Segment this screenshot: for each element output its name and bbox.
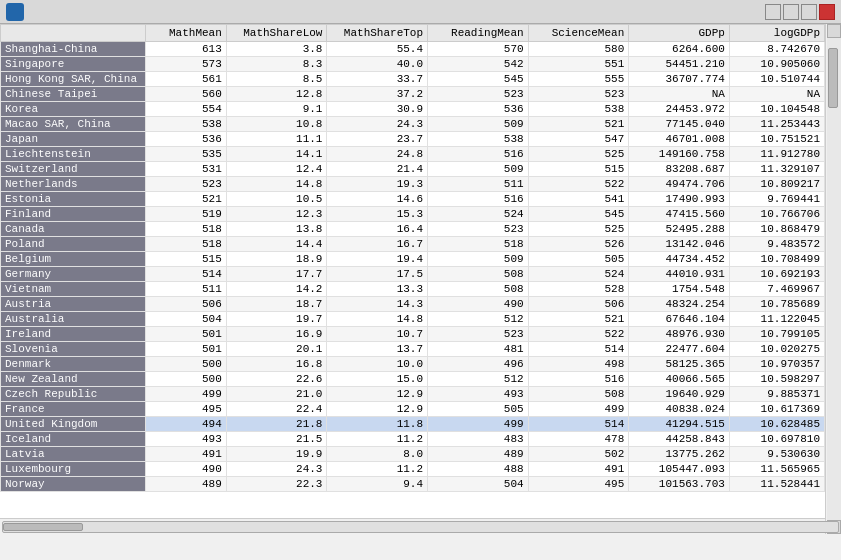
cell-readingMean: 496 (428, 357, 529, 372)
cell-country: Belgium (1, 252, 146, 267)
table-row[interactable]: Hong Kong SAR, China5618.533.75455553670… (1, 72, 825, 87)
cell-gdpp: 40066.565 (629, 372, 730, 387)
cell-country: Liechtenstein (1, 147, 146, 162)
maximize-button[interactable] (801, 4, 817, 20)
table-row[interactable]: France49522.412.950549940838.02410.61736… (1, 402, 825, 417)
table-row[interactable]: Poland51814.416.751852613142.0469.483572 (1, 237, 825, 252)
v-scrollbar[interactable] (825, 24, 841, 534)
cell-logGdpp: 10.970357 (729, 357, 824, 372)
cell-mathShareTop: 17.5 (327, 267, 428, 282)
cell-readingMean: 542 (428, 57, 529, 72)
col-header-logGdpp: logGDPp (729, 25, 824, 42)
col-header-mathShareTop: MathShareTop (327, 25, 428, 42)
table-row[interactable]: Switzerland53112.421.450951583208.68711.… (1, 162, 825, 177)
cell-scienceMean: 525 (528, 147, 629, 162)
table-row[interactable]: Vietnam51114.213.35085281754.5487.469967 (1, 282, 825, 297)
cell-readingMean: 509 (428, 162, 529, 177)
table-row[interactable]: Macao SAR, China53810.824.350952177145.0… (1, 117, 825, 132)
h-scrollbar[interactable] (2, 521, 839, 533)
data-table: MathMeanMathShareLowMathShareTopReadingM… (0, 24, 825, 492)
v-scroll-track[interactable] (827, 38, 841, 520)
v-scroll-thumb[interactable] (828, 48, 838, 108)
cell-readingMean: 481 (428, 342, 529, 357)
cell-scienceMean: 502 (528, 447, 629, 462)
table-row[interactable]: Ireland50116.910.752352248976.93010.7991… (1, 327, 825, 342)
cell-logGdpp: 11.253443 (729, 117, 824, 132)
h-scrollbar-area[interactable] (0, 518, 841, 534)
cell-scienceMean: 526 (528, 237, 629, 252)
cell-mathMean: 495 (146, 402, 226, 417)
cell-mathShareTop: 33.7 (327, 72, 428, 87)
arrows-button[interactable] (765, 4, 781, 20)
cell-logGdpp: 9.769441 (729, 192, 824, 207)
cell-logGdpp: 11.122045 (729, 312, 824, 327)
cell-mathShareLow: 20.1 (226, 342, 327, 357)
cell-mathMean: 538 (146, 117, 226, 132)
table-row[interactable]: Estonia52110.514.651654117490.9939.76944… (1, 192, 825, 207)
table-row[interactable]: Singapore5738.340.054255154451.21010.905… (1, 57, 825, 72)
cell-gdpp: 40838.024 (629, 402, 730, 417)
table-row[interactable]: Australia50419.714.851252167646.10411.12… (1, 312, 825, 327)
table-row[interactable]: Belgium51518.919.450950544734.45210.7084… (1, 252, 825, 267)
table-row[interactable]: Netherlands52314.819.351152249474.70610.… (1, 177, 825, 192)
h-scrollbar-thumb[interactable] (3, 523, 83, 531)
table-row[interactable]: United Kingdom49421.811.849951441294.515… (1, 417, 825, 432)
table-row[interactable]: Finland51912.315.352454547415.56010.7667… (1, 207, 825, 222)
cell-mathShareTop: 13.3 (327, 282, 428, 297)
cell-country: Switzerland (1, 162, 146, 177)
cell-mathShareLow: 22.3 (226, 477, 327, 492)
cell-logGdpp: 10.598297 (729, 372, 824, 387)
cell-mathMean: 493 (146, 432, 226, 447)
title-bar[interactable] (0, 0, 841, 24)
cell-readingMean: 538 (428, 132, 529, 147)
cell-country: Australia (1, 312, 146, 327)
cell-country: France (1, 402, 146, 417)
table-row[interactable]: Korea5549.130.953653824453.97210.104548 (1, 102, 825, 117)
cell-mathShareLow: 22.4 (226, 402, 327, 417)
table-row[interactable]: Denmark50016.810.049649858125.36510.9703… (1, 357, 825, 372)
table-row[interactable]: Slovenia50120.113.748151422477.60410.020… (1, 342, 825, 357)
cell-mathMean: 523 (146, 177, 226, 192)
table-row[interactable]: Luxembourg49024.311.2488491105447.09311.… (1, 462, 825, 477)
cell-gdpp: 46701.008 (629, 132, 730, 147)
minimize-button[interactable] (783, 4, 799, 20)
v-scroll-up-button[interactable] (827, 24, 841, 38)
cell-mathShareLow: 13.8 (226, 222, 327, 237)
table-row[interactable]: Iceland49321.511.248347844258.84310.6978… (1, 432, 825, 447)
cell-logGdpp: 7.469967 (729, 282, 824, 297)
cell-scienceMean: 499 (528, 402, 629, 417)
cell-logGdpp: 9.483572 (729, 237, 824, 252)
cell-gdpp: 41294.515 (629, 417, 730, 432)
cell-logGdpp: 11.329107 (729, 162, 824, 177)
cell-mathMean: 560 (146, 87, 226, 102)
table-row[interactable]: Liechtenstein53514.124.8516525149160.758… (1, 147, 825, 162)
cell-readingMean: 518 (428, 237, 529, 252)
close-button[interactable] (819, 4, 835, 20)
table-row[interactable]: Shanghai-China6133.855.45705806264.6008.… (1, 42, 825, 57)
cell-mathShareLow: 18.7 (226, 297, 327, 312)
cell-scienceMean: 516 (528, 372, 629, 387)
cell-scienceMean: 508 (528, 387, 629, 402)
cell-logGdpp: 10.628485 (729, 417, 824, 432)
table-row[interactable]: Austria50618.714.349050648324.25410.7856… (1, 297, 825, 312)
cell-readingMean: 488 (428, 462, 529, 477)
table-row[interactable]: New Zealand50022.615.051251640066.56510.… (1, 372, 825, 387)
table-wrapper[interactable]: MathMeanMathShareLowMathShareTopReadingM… (0, 24, 841, 518)
table-row[interactable]: Japan53611.123.753854746701.00810.751521 (1, 132, 825, 147)
cell-mathShareLow: 19.9 (226, 447, 327, 462)
cell-mathShareTop: 24.8 (327, 147, 428, 162)
table-row[interactable]: Chinese Taipei56012.837.2523523NANA (1, 87, 825, 102)
cell-mathShareLow: 16.9 (226, 327, 327, 342)
cell-logGdpp: 10.617369 (729, 402, 824, 417)
cell-mathShareTop: 16.7 (327, 237, 428, 252)
table-row[interactable]: Latvia49119.98.048950213775.2629.530630 (1, 447, 825, 462)
cell-mathMean: 519 (146, 207, 226, 222)
cell-logGdpp: NA (729, 87, 824, 102)
cell-logGdpp: 10.809217 (729, 177, 824, 192)
table-row[interactable]: Germany51417.717.550852444010.93110.6921… (1, 267, 825, 282)
table-row[interactable]: Canada51813.816.452352552495.28810.86847… (1, 222, 825, 237)
table-row[interactable]: Norway48922.39.4504495101563.70311.52844… (1, 477, 825, 492)
table-row[interactable]: Czech Republic49921.012.949350819640.929… (1, 387, 825, 402)
table-header: MathMeanMathShareLowMathShareTopReadingM… (1, 25, 825, 42)
cell-scienceMean: 580 (528, 42, 629, 57)
